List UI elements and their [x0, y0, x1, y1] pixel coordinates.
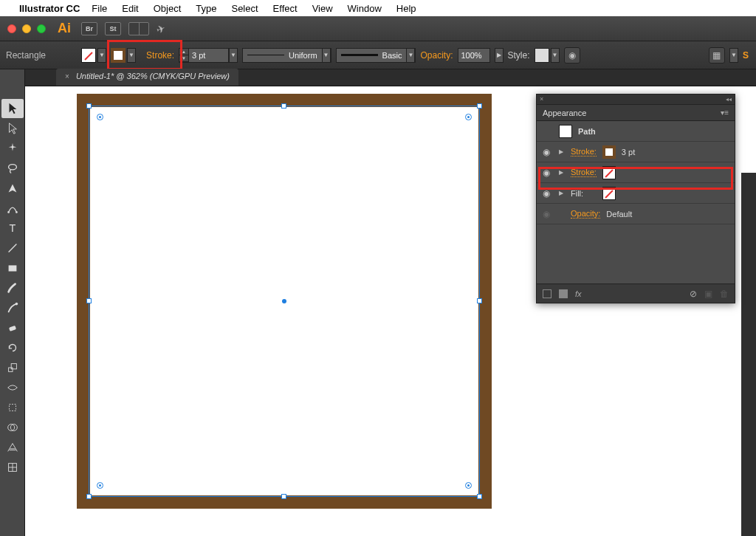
minimize-window-button[interactable]: [22, 24, 31, 33]
resize-handle-t[interactable]: [281, 103, 286, 109]
menu-window[interactable]: Window: [348, 3, 382, 14]
lasso-tool[interactable]: [1, 159, 24, 178]
new-stroke-button[interactable]: [543, 289, 551, 298]
app-menu[interactable]: Illustrator CC: [19, 3, 80, 14]
arrange-documents-button[interactable]: [128, 22, 149, 35]
zoom-window-button[interactable]: [37, 24, 46, 33]
stroke-swatch-brown[interactable]: [111, 48, 126, 63]
appearance-row-stroke-2[interactable]: ◉ ▶ Stroke:: [537, 162, 735, 183]
appearance-panel[interactable]: × ◂◂ Appearance ▾≡ Path ◉ ▶ Stroke: 3: [536, 94, 735, 303]
stroke-label[interactable]: Stroke:: [146, 50, 174, 61]
close-window-button[interactable]: [7, 24, 16, 33]
magic-wand-tool[interactable]: [1, 139, 24, 158]
disclosure-triangle-icon[interactable]: ▶: [559, 169, 565, 176]
disclosure-triangle-icon[interactable]: ▶: [559, 148, 565, 155]
close-tab-icon[interactable]: ×: [65, 72, 69, 80]
fill-color-swatch-none[interactable]: [602, 187, 616, 200]
panel-menu-icon[interactable]: ▾≡: [721, 109, 729, 117]
style-caret[interactable]: ▼: [551, 48, 560, 63]
line-segment-tool[interactable]: [1, 238, 24, 258]
corner-widget-tl[interactable]: [97, 114, 103, 120]
delete-item-button[interactable]: 🗑: [720, 289, 729, 299]
stock-button[interactable]: St: [105, 22, 121, 35]
stroke-link[interactable]: Stroke:: [571, 147, 597, 157]
shape-builder-tool[interactable]: [1, 418, 24, 437]
canvas[interactable]: × ◂◂ Appearance ▾≡ Path ◉ ▶ Stroke: 3: [25, 86, 756, 536]
align-button[interactable]: ▦: [709, 47, 725, 63]
menu-view[interactable]: View: [312, 3, 333, 14]
truncated-shape-label[interactable]: S: [743, 50, 750, 61]
visibility-toggle-icon[interactable]: ◉: [543, 188, 553, 199]
stroke-weight-value[interactable]: 3 pt: [622, 148, 635, 157]
corner-widget-bl[interactable]: [97, 482, 103, 489]
opacity-input[interactable]: [458, 48, 490, 63]
graphic-style-control[interactable]: ▼: [535, 48, 560, 63]
stroke-weight-field[interactable]: ▲▼ ▼: [179, 48, 238, 63]
eraser-tool[interactable]: [1, 318, 24, 337]
stroke-color-swatch-brown[interactable]: [602, 145, 616, 159]
menu-file[interactable]: File: [92, 3, 107, 14]
resize-handle-b[interactable]: [281, 494, 286, 499]
stroke-weight-stepper[interactable]: ▲▼: [179, 48, 189, 63]
type-tool[interactable]: T: [1, 219, 24, 238]
menu-edit[interactable]: Edit: [122, 3, 138, 14]
menu-object[interactable]: Object: [154, 3, 182, 14]
resize-handle-l[interactable]: [86, 298, 92, 303]
resize-handle-br[interactable]: [477, 494, 482, 499]
pencil-tool[interactable]: [1, 298, 24, 317]
fill-control[interactable]: ▼: [81, 48, 106, 63]
resize-handle-tr[interactable]: [477, 103, 482, 109]
corner-widget-tr[interactable]: [465, 114, 472, 120]
appearance-row-fill[interactable]: ◉ ▶ Fill:: [537, 183, 735, 204]
new-fill-button[interactable]: [559, 289, 568, 298]
panel-expand-icon[interactable]: ◂◂: [726, 96, 732, 103]
gpu-performance-icon[interactable]: ✈: [155, 21, 168, 35]
visibility-toggle-icon[interactable]: ◉: [543, 209, 553, 219]
stroke-weight-input[interactable]: [189, 48, 229, 63]
bridge-button[interactable]: Br: [81, 22, 97, 35]
curvature-tool[interactable]: [1, 199, 24, 218]
menu-help[interactable]: Help: [396, 3, 416, 14]
clear-appearance-button[interactable]: ⊘: [690, 289, 697, 299]
appearance-row-path[interactable]: Path: [537, 121, 735, 142]
style-swatch[interactable]: [535, 48, 549, 63]
align-caret[interactable]: ▼: [729, 48, 738, 63]
direct-selection-tool[interactable]: [1, 119, 24, 138]
stroke-control[interactable]: ▼: [111, 48, 136, 63]
right-panel-dock[interactable]: [741, 173, 756, 536]
corner-widget-br[interactable]: [465, 482, 472, 489]
opacity-caret[interactable]: ▶: [495, 48, 504, 63]
disclosure-triangle-icon[interactable]: ▶: [559, 190, 565, 196]
fill-dropdown-caret[interactable]: ▼: [97, 48, 106, 63]
profile-caret[interactable]: ▼: [322, 48, 331, 63]
resize-handle-tl[interactable]: [86, 103, 92, 109]
stroke-dropdown-caret[interactable]: ▼: [127, 48, 136, 63]
menu-type[interactable]: Type: [196, 3, 216, 14]
visibility-toggle-icon[interactable]: ◉: [543, 168, 553, 178]
duplicate-item-button[interactable]: ▣: [704, 289, 712, 299]
appearance-row-stroke-1[interactable]: ◉ ▶ Stroke: 3 pt: [537, 142, 735, 162]
document-tab[interactable]: × Untitled-1* @ 362% (CMYK/GPU Preview): [56, 69, 238, 86]
variable-width-profile-dropdown[interactable]: Uniform ▼: [242, 48, 331, 63]
panel-close-icon[interactable]: ×: [540, 95, 543, 103]
rectangle-tool[interactable]: [1, 258, 24, 278]
opacity-link[interactable]: Opacity:: [571, 209, 600, 219]
selection-tool[interactable]: [1, 99, 24, 118]
rotate-tool[interactable]: [1, 338, 24, 357]
paintbrush-tool[interactable]: [1, 278, 24, 298]
opacity-label[interactable]: Opacity:: [420, 50, 453, 61]
brush-definition-dropdown[interactable]: Basic ▼: [336, 48, 416, 63]
free-transform-tool[interactable]: [1, 398, 24, 417]
recolor-artwork-button[interactable]: ◉: [564, 47, 580, 63]
width-tool[interactable]: [1, 378, 24, 397]
add-effect-button[interactable]: fx: [575, 289, 582, 298]
menu-select[interactable]: Select: [231, 3, 258, 14]
appearance-row-opacity[interactable]: ◉ Opacity: Default: [537, 204, 735, 224]
stroke-link[interactable]: Stroke:: [571, 168, 597, 177]
stroke-color-swatch-none[interactable]: [602, 166, 616, 179]
pen-tool[interactable]: [1, 179, 24, 198]
mesh-tool[interactable]: [1, 458, 24, 477]
resize-handle-bl[interactable]: [86, 494, 92, 499]
scale-tool[interactable]: [1, 358, 24, 377]
stroke-weight-caret[interactable]: ▼: [229, 48, 238, 63]
